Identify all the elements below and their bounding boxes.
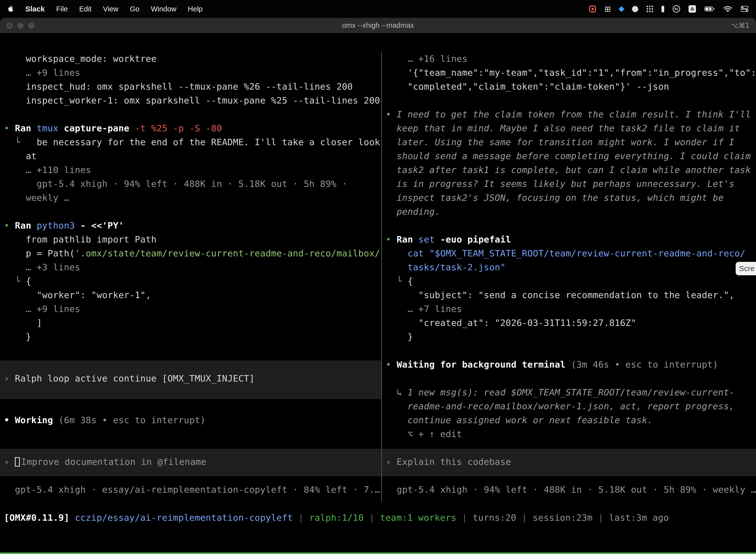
menu-item-edit[interactable]: Edit — [79, 5, 91, 13]
app-launcher-icon[interactable] — [647, 6, 653, 12]
terminal-line: … +16 lines — [386, 52, 756, 66]
terminal-line: } — [4, 330, 381, 344]
pane-right[interactable]: … +16 lines '{"team_name":"my-team","tas… — [382, 52, 756, 502]
text-segment: (3m 46s • esc to interrupt) — [566, 359, 718, 370]
waiting-status-row: • Waiting for background terminal (3m 46… — [386, 358, 756, 372]
text-segment: • — [386, 109, 397, 119]
text-cursor — [15, 457, 20, 466]
zoom-button[interactable] — [28, 22, 35, 29]
record-dot-icon — [591, 8, 594, 10]
text-segment: gpt-5.4 xhigh · essay/ai-reimplementatio… — [4, 485, 380, 495]
text-segment: later. Using the same for transition mig… — [386, 137, 735, 147]
minimize-button[interactable] — [17, 22, 23, 29]
prompt-input-row[interactable]: › Improve documentation in @filename — [4, 455, 381, 469]
text-segment: | — [516, 512, 533, 523]
battery-icon[interactable] — [704, 6, 715, 12]
input-source-icon[interactable]: A — [689, 5, 696, 13]
text-segment: inspect_worker-1: omx sparkshell --tmux-… — [4, 95, 380, 106]
terminal-line — [4, 385, 381, 399]
text-segment: ] — [4, 318, 42, 328]
text-segment: └ — [4, 276, 26, 286]
display-grid-icon[interactable]: ⊞ — [605, 4, 611, 13]
text-segment: └ — [386, 276, 407, 286]
menu-item-help[interactable]: Help — [188, 5, 203, 13]
text-segment: at — [4, 151, 37, 161]
command-row: • Ran tmux capture-pane -t %25 -p -S -80 — [4, 121, 381, 135]
traffic-lights: × — [6, 18, 35, 33]
menu-item-file[interactable]: File — [56, 5, 68, 13]
working-status-row: • Working (6m 38s • esc to interrupt) — [4, 413, 381, 427]
menu-extra-icon[interactable] — [662, 6, 664, 12]
text-segment: pending. — [386, 207, 440, 217]
ralph-counter: ralph:1/10 — [309, 512, 364, 523]
close-button[interactable]: × — [6, 22, 13, 29]
text-segment: • — [4, 220, 15, 231]
window-title: omx --xhigh --madmax — [342, 21, 414, 30]
menu-item-window[interactable]: Window — [151, 5, 176, 13]
text-segment: … +7 lines — [386, 304, 462, 314]
command-row: • Ran python3 - <<'PY' — [4, 219, 381, 233]
github-icon[interactable] — [632, 6, 638, 12]
text-segment: inspect task2's JSON, focusing on the st… — [386, 192, 723, 203]
terminal-line: inspect task2's JSON, focusing on the st… — [386, 191, 756, 205]
text-segment: workspace_mode: worktree — [4, 54, 156, 64]
pane-left[interactable]: workspace_mode: worktree … +9 lines insp… — [0, 52, 381, 502]
wifi-icon[interactable] — [723, 6, 732, 12]
workspace-path: cczip/essay/ai-reimplementation-copyleft — [75, 512, 293, 523]
app-menu-title[interactable]: Slack — [25, 5, 45, 13]
text-segment: { — [26, 276, 31, 286]
text-segment: Explain this codebase — [397, 457, 511, 467]
text-segment: keep that in mind. Maybe I also need the… — [386, 123, 740, 133]
text-segment — [69, 512, 75, 523]
terminal-line: is in progress? It seems likely but perh… — [386, 177, 756, 191]
terminal-line: should send a message before completing … — [386, 149, 756, 163]
terminal-line: … +7 lines — [386, 302, 756, 316]
battery-gauge-icon[interactable]: 61 — [673, 5, 680, 13]
terminal-line: workspace_mode: worktree — [4, 52, 381, 66]
terminal-line: pending. — [386, 205, 756, 219]
text-segment: Ralph loop active continue [OMX_TMUX_INJ… — [15, 373, 255, 384]
text-segment: is in progress? It seems likely but perh… — [386, 179, 735, 189]
menu-bar-status-area: ⊞ 61 A — [589, 4, 749, 13]
terminal-line — [4, 399, 381, 413]
text-segment: Ran — [15, 123, 37, 133]
text-segment: Ran — [15, 220, 37, 231]
text-segment: gpt-5.4 xhigh · 94% left · 488K in · 5.1… — [386, 485, 756, 495]
apple-menu-icon[interactable] — [7, 5, 14, 13]
dropbox-icon[interactable] — [619, 7, 624, 11]
menu-item-go[interactable]: Go — [130, 5, 139, 13]
title-bar[interactable]: × omx --xhigh --madmax ⌥⌘1 — [0, 18, 756, 33]
apple-logo — [7, 5, 14, 13]
menu-item-view[interactable]: View — [103, 5, 118, 13]
terminal-line: └ { — [386, 274, 756, 288]
text-segment: '{"team_name":"my-team","task_id":"1","f… — [386, 67, 756, 78]
terminal-line: later. Using the same for transition mig… — [386, 135, 756, 149]
text-segment: › — [4, 373, 15, 384]
prompt-suggestion-row[interactable]: › Explain this codebase — [386, 455, 756, 469]
terminal-line — [386, 372, 756, 385]
terminal-line: tasks/task-2.json" — [386, 260, 756, 274]
text-segment: weekly … — [4, 192, 69, 203]
screen-recording-indicator-icon[interactable] — [589, 5, 596, 12]
terminal-line: continue assigned work or next feasible … — [386, 413, 756, 427]
terminal-line: ⌥ + ↑ edit — [386, 427, 756, 441]
text-segment: p = Path( — [4, 248, 75, 258]
window-shortcut: ⌥⌘1 — [731, 21, 750, 29]
text-segment: } — [386, 332, 413, 342]
terminal-line — [4, 469, 381, 483]
wifi-glyph — [723, 6, 732, 12]
screenshot-popover[interactable]: Scre — [736, 262, 756, 275]
control-center-icon[interactable] — [741, 6, 749, 12]
ralph-loop-row[interactable]: › Ralph loop active continue [OMX_TMUX_I… — [4, 372, 381, 385]
text-segment: gpt-5.4 xhigh · 94% left · 488K in · 5.1… — [4, 179, 347, 189]
terminal-line — [4, 441, 381, 455]
text-segment: cat "$OMX_TEAM_STATE_ROOT/team/review-cu… — [407, 248, 745, 258]
text-segment: | — [364, 512, 380, 523]
terminal-line — [4, 427, 381, 441]
dropbox-diamond — [618, 6, 624, 12]
terminal-line — [386, 469, 756, 483]
terminal-line: task2 after task1 is complete, but can I… — [386, 163, 756, 177]
terminal-line: at — [4, 149, 381, 163]
text-segment: ↳ — [386, 387, 407, 397]
terminal-line: "worker": "worker-1", — [4, 288, 381, 302]
